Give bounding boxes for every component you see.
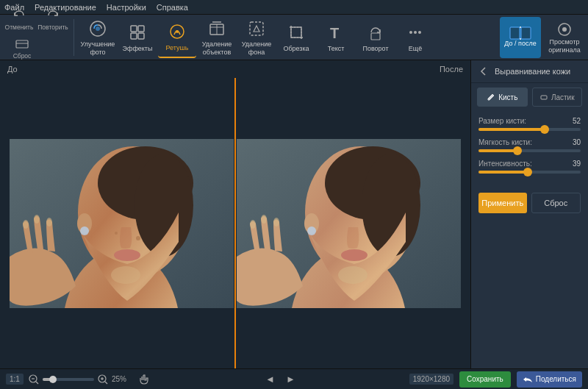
remove-bg-icon xyxy=(245,18,268,39)
undo-button[interactable]: Отменить xyxy=(3,5,35,33)
panel-header: Выравнивание кожи xyxy=(471,60,588,83)
zoom-out-button[interactable] xyxy=(28,374,40,385)
enhance-label: Улучшение фото xyxy=(80,40,115,57)
eraser-tab[interactable]: Ластик xyxy=(532,88,583,107)
remove-bg-label: Удаление фона xyxy=(239,40,274,57)
panel-reset-button[interactable]: Сброс xyxy=(531,193,581,213)
menu-help[interactable]: Справка xyxy=(157,3,188,12)
right-panel: Выравнивание кожи Кисть Ластик Размер ки… xyxy=(470,60,588,368)
status-right: 1920×1280 Сохранить Поделиться xyxy=(409,371,582,388)
svg-point-35 xyxy=(111,266,140,284)
svg-point-19 xyxy=(414,31,417,34)
compare-label: До / после xyxy=(504,40,536,48)
redo-icon xyxy=(45,7,61,24)
brush-size-slider[interactable] xyxy=(478,128,581,131)
svg-point-50 xyxy=(250,220,256,229)
remove-objects-tool-button[interactable]: Удаление объектов xyxy=(198,17,236,58)
toolbar: Отменить Повторить Сброс изменений xyxy=(0,15,588,60)
svg-rect-15 xyxy=(291,27,301,38)
status-middle: ◄ ► xyxy=(157,373,404,386)
zoom-controls: 25% xyxy=(28,374,132,385)
zoom-percent-label: 25% xyxy=(112,375,132,383)
rotate-tool-button[interactable]: Поворот xyxy=(356,17,395,58)
text-tool-button[interactable]: T Текст xyxy=(317,17,355,58)
prev-button[interactable]: ◄ xyxy=(263,373,276,386)
preview-label: Просмотр оригинала xyxy=(545,38,584,54)
zoom-slider[interactable] xyxy=(43,378,94,381)
svg-point-40 xyxy=(115,232,118,235)
svg-point-3 xyxy=(96,26,100,31)
brush-softness-label-row: Мягкость кисти: 30 xyxy=(478,138,581,146)
more-tool-button[interactable]: Ещё xyxy=(396,17,434,58)
svg-rect-6 xyxy=(131,33,137,39)
enhance-tool-button[interactable]: Улучшение фото xyxy=(79,17,117,58)
svg-point-9 xyxy=(176,30,179,33)
redo-label: Повторить xyxy=(37,24,68,31)
retouch-tool-button[interactable]: Ретушь xyxy=(158,17,196,58)
svg-point-34 xyxy=(114,249,140,261)
before-after-labels: До После xyxy=(0,60,470,78)
remove-bg-tool-button[interactable]: Удаление фона xyxy=(237,17,276,58)
brush-softness-slider[interactable] xyxy=(478,149,581,152)
after-label: После xyxy=(235,65,470,74)
svg-point-48 xyxy=(341,249,368,261)
crop-label: Обрезка xyxy=(283,45,309,53)
svg-rect-17 xyxy=(371,33,380,40)
rotate-label: Поворот xyxy=(362,45,388,53)
svg-rect-14 xyxy=(250,22,263,35)
text-label: Текст xyxy=(328,45,345,53)
intensity-value: 39 xyxy=(573,160,581,168)
svg-point-20 xyxy=(418,31,421,34)
image-after xyxy=(237,139,461,308)
hand-tool-button[interactable] xyxy=(137,372,151,387)
undo-redo-group: Отменить Повторить Сброс изменений xyxy=(3,5,69,69)
svg-point-18 xyxy=(409,31,412,34)
svg-point-52 xyxy=(273,218,279,226)
crop-tool-button[interactable]: Обрезка xyxy=(277,17,315,58)
menu-settings[interactable]: Настройки xyxy=(107,3,146,12)
brush-softness-value: 30 xyxy=(573,138,581,146)
svg-point-26 xyxy=(562,27,567,32)
brush-tab[interactable]: Кисть xyxy=(477,88,528,107)
zoom-in-button[interactable] xyxy=(97,374,109,385)
svg-point-47 xyxy=(307,226,316,235)
intensity-label-row: Интенсивность: 39 xyxy=(478,160,581,168)
brush-size-label-row: Размер кисти: 52 xyxy=(478,117,581,125)
svg-rect-53 xyxy=(541,96,547,99)
svg-point-39 xyxy=(136,236,140,240)
panel-actions: Применить Сброс xyxy=(471,187,588,219)
canvas-area: До После xyxy=(0,60,470,368)
intensity-slider[interactable] xyxy=(478,171,581,174)
menu-bar: Файл Редактирование Настройки Справка xyxy=(0,0,588,15)
compare-icon xyxy=(509,26,531,40)
svg-point-51 xyxy=(261,215,267,224)
intensity-label: Интенсивность: xyxy=(478,160,532,168)
next-button[interactable]: ► xyxy=(284,373,297,386)
brush-tab-label: Кисть xyxy=(498,93,517,101)
enhance-icon xyxy=(87,18,109,39)
effects-icon xyxy=(126,21,148,43)
eraser-tab-label: Ластик xyxy=(551,93,575,101)
ratio-label[interactable]: 1:1 xyxy=(6,374,24,385)
preview-button[interactable]: Просмотр оригинала xyxy=(544,17,585,58)
effects-tool-button[interactable]: Эффекты xyxy=(118,17,157,58)
svg-line-56 xyxy=(36,382,38,384)
svg-rect-4 xyxy=(131,26,137,32)
compare-button[interactable]: До / после xyxy=(500,17,541,58)
brush-size-section: Размер кисти: 52 Мягкость кисти: 30 Инте… xyxy=(471,111,588,187)
retouch-icon xyxy=(166,21,188,43)
save-button[interactable]: Сохранить xyxy=(459,371,511,388)
svg-point-38 xyxy=(46,218,52,226)
remove-objects-label: Удаление объектов xyxy=(199,40,234,57)
share-button[interactable]: Поделиться xyxy=(517,371,582,388)
main-area: До После xyxy=(0,60,588,368)
canvas-divider[interactable] xyxy=(234,78,236,368)
apply-button[interactable]: Применить xyxy=(478,193,527,213)
status-left: 1:1 25% xyxy=(6,372,151,387)
redo-button[interactable]: Повторить xyxy=(37,5,69,33)
svg-point-33 xyxy=(80,226,89,235)
panel-back-button[interactable] xyxy=(477,65,490,78)
svg-point-37 xyxy=(34,215,40,224)
rotate-icon xyxy=(365,21,387,43)
remove-objects-icon xyxy=(206,18,228,39)
